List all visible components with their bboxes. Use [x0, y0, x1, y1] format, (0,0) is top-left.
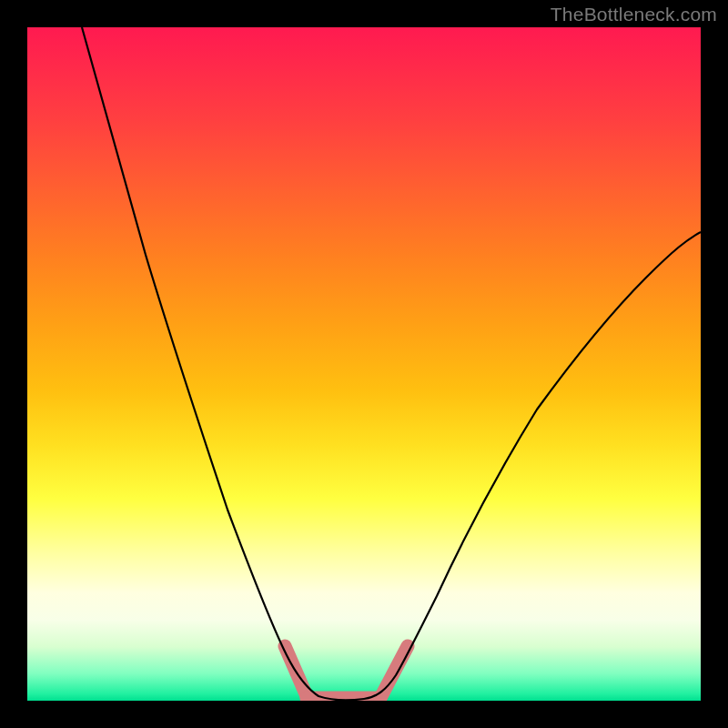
chart-outer-frame: TheBottleneck.com	[0, 0, 728, 728]
bottleneck-curve	[82, 27, 701, 700]
watermark-text: TheBottleneck.com	[551, 4, 717, 25]
highlight-group	[285, 646, 408, 698]
chart-svg	[27, 27, 701, 701]
chart-plot-area	[27, 27, 701, 701]
